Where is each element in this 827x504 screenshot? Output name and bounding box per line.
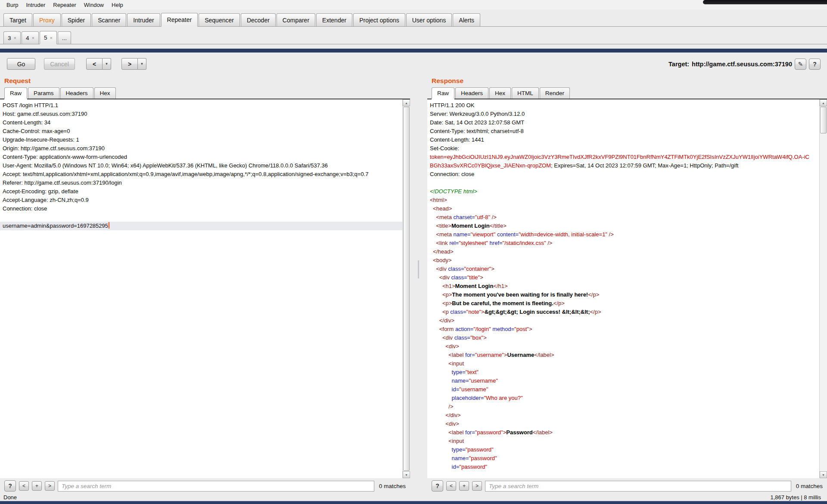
scroll-down-icon[interactable]: ▼ (820, 471, 827, 478)
tab-alerts[interactable]: Alerts (453, 13, 480, 26)
code-line: <div> (427, 420, 819, 428)
tab-spider[interactable]: Spider (62, 13, 91, 26)
search-help-button[interactable]: ? (432, 480, 443, 492)
request-editor[interactable]: POST /login HTTP/1.1Host: game.ctf.seusu… (0, 99, 402, 478)
response-tab-hex[interactable]: Hex (489, 87, 511, 99)
search-help-button[interactable]: ? (4, 480, 16, 492)
history-forward-button[interactable]: > (121, 58, 138, 70)
code-line: name="password" (427, 454, 819, 463)
text-cursor (109, 222, 109, 229)
search-input[interactable] (58, 481, 374, 492)
tab-scanner[interactable]: Scanner (92, 13, 126, 26)
search-add-button[interactable]: + (459, 481, 469, 491)
search-input[interactable] (485, 481, 791, 492)
close-tab-icon[interactable]: × (50, 35, 52, 40)
response-scrollbar[interactable]: ▲ ▼ (819, 99, 827, 478)
request-tab-headers[interactable]: Headers (60, 87, 93, 99)
search-prev-button[interactable]: < (19, 481, 29, 491)
request-panel: Request RawParamsHeadersHex POST /login … (0, 75, 410, 494)
code-line: <div class="title"> (427, 273, 819, 282)
tab-comparer[interactable]: Comparer (277, 13, 315, 26)
cancel-button[interactable]: Cancel (44, 58, 75, 70)
pencil-icon: ✎ (798, 61, 803, 68)
help-button[interactable]: ? (809, 59, 821, 70)
code-line: <html> (427, 196, 819, 204)
status-bar: Done 1,867 bytes | 8 millis (0, 494, 827, 501)
response-tab-headers[interactable]: Headers (455, 87, 488, 99)
code-line: </head> (427, 247, 819, 256)
code-line: <label for="username">Username</label> (427, 351, 819, 359)
request-tab-raw[interactable]: Raw (4, 87, 27, 99)
code-line: Content-Length: 1441 (427, 136, 819, 144)
tab-target[interactable]: Target (3, 13, 32, 26)
request-scroll-thumb[interactable] (403, 107, 410, 471)
menu-item-help[interactable]: Help (108, 0, 127, 9)
scroll-up-icon[interactable]: ▲ (820, 99, 827, 106)
request-scroll-track[interactable] (403, 106, 410, 471)
go-button[interactable]: Go (7, 58, 35, 70)
target-area: Target: http://game.ctf.seusus.com:37190… (668, 59, 821, 70)
response-scroll-track[interactable] (820, 106, 827, 471)
menu-item-window[interactable]: Window (80, 0, 108, 9)
code-line: token=eyJhbGciOiJIUzI1NiJ9.eyJnaWZ0Ijoic… (427, 153, 819, 161)
code-line: Accept-Language: zh-CN,zh;q=0.9 (0, 196, 402, 204)
response-tab-raw[interactable]: Raw (432, 87, 454, 99)
close-tab-icon[interactable]: × (31, 35, 34, 40)
menu-item-burp[interactable]: Burp (3, 0, 22, 9)
repeater-tab-4[interactable]: 4× (22, 31, 39, 44)
response-tab-render[interactable]: Render (540, 87, 570, 99)
scroll-up-icon[interactable]: ▲ (403, 99, 410, 106)
tab-project-options[interactable]: Project options (353, 13, 405, 26)
repeater-tab-label: 5 (44, 34, 47, 41)
code-line: <label for="password">Password</label> (427, 428, 819, 437)
repeater-tab-3[interactable]: 3× (3, 31, 21, 44)
tab-repeater[interactable]: Repeater (161, 13, 198, 27)
search-next-button[interactable]: > (472, 481, 482, 491)
code-line: Connection: close (0, 204, 402, 213)
menu-item-repeater[interactable]: Repeater (49, 0, 80, 9)
history-back-split: < ▼ (86, 58, 111, 70)
code-line: BGh33axSvXRCc0YBlQjxse_JIAENxn-qropZOM; … (427, 161, 819, 170)
tab-intruder[interactable]: Intruder (127, 13, 160, 26)
code-line: <meta name="viewport" content="width=dev… (427, 230, 819, 239)
repeater-tab-more[interactable]: ... (58, 31, 71, 44)
edit-target-button[interactable]: ✎ (795, 59, 806, 70)
code-line: Host: game.ctf.seusus.com:37190 (0, 110, 402, 118)
scroll-down-icon[interactable]: ▼ (403, 471, 410, 478)
code-line: Date: Sat, 14 Oct 2023 12:07:58 GMT (427, 118, 819, 127)
code-line: Cache-Control: max-age=0 (0, 127, 402, 136)
tab-sequencer[interactable]: Sequencer (199, 13, 240, 26)
tab-extender[interactable]: Extender (316, 13, 352, 26)
close-tab-icon[interactable]: × (14, 35, 16, 40)
tab-decoder[interactable]: Decoder (241, 13, 276, 26)
request-scrollbar[interactable]: ▲ ▼ (402, 99, 410, 478)
search-next-button[interactable]: > (45, 481, 55, 491)
code-line: <p class="note">&gt;&gt;&gt; Login succe… (427, 308, 819, 316)
code-line: id="username" (427, 385, 819, 394)
code-line: <title>Moment Login</title> (427, 222, 819, 230)
code-line: Referer: http://game.ctf.seusus.com:3719… (0, 179, 402, 187)
tab-proxy[interactable]: Proxy (33, 13, 61, 26)
background-window-corner (703, 0, 827, 4)
request-tab-hex[interactable]: Hex (94, 87, 116, 99)
response-editor[interactable]: HTTP/1.1 200 OKServer: Werkzeug/3.0.0 Py… (427, 99, 819, 478)
response-scroll-thumb[interactable] (820, 107, 827, 133)
history-back-dropdown-icon[interactable]: ▼ (103, 58, 111, 70)
request-tab-params[interactable]: Params (28, 87, 59, 99)
search-matches: 0 matches (379, 483, 406, 489)
panel-splitter[interactable] (410, 75, 427, 494)
response-tab-html[interactable]: HTML (512, 87, 539, 99)
repeater-tab-5[interactable]: 5× (40, 31, 57, 44)
code-line: <link rel="stylesheet" href="/static/ind… (427, 239, 819, 247)
tab-user-options[interactable]: User options (406, 13, 452, 26)
response-stats: 1,867 bytes | 8 millis (770, 494, 821, 501)
code-line: <head> (427, 204, 819, 213)
request-editor-wrap: POST /login HTTP/1.1Host: game.ctf.seusu… (0, 99, 410, 478)
menu-item-intruder[interactable]: Intruder (22, 0, 49, 9)
search-add-button[interactable]: + (32, 481, 42, 491)
toolbar: Go Cancel < ▼ > ▼ Target: http://game.ct… (0, 53, 827, 75)
history-forward-dropdown-icon[interactable]: ▼ (138, 58, 146, 70)
code-line: <div class="container"> (427, 265, 819, 273)
search-prev-button[interactable]: < (446, 481, 456, 491)
history-back-button[interactable]: < (86, 58, 103, 70)
